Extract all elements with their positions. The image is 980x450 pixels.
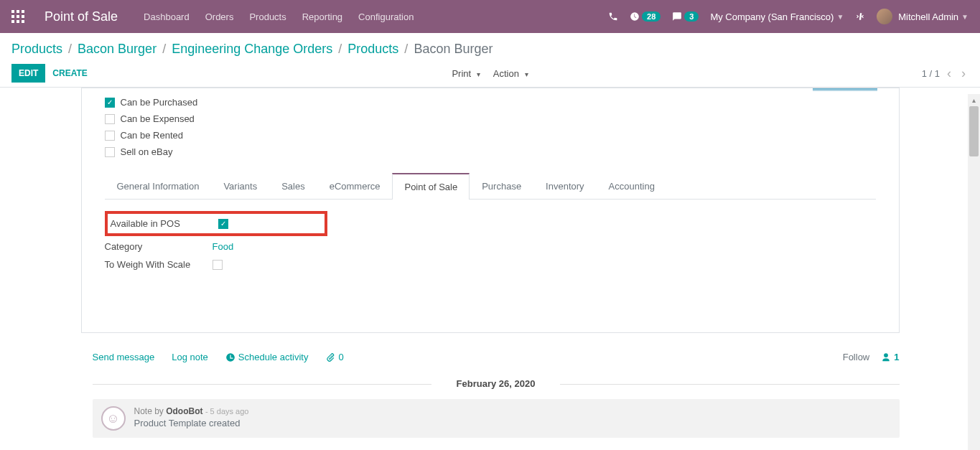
scroll-thumb[interactable] [969,106,979,156]
checkbox-icon[interactable] [105,98,115,108]
tab-general[interactable]: General Information [105,173,212,200]
send-message-button[interactable]: Send message [93,352,155,362]
schedule-activity-button[interactable]: Schedule activity [225,352,309,362]
top-navbar: Point of Sale Dashboard Orders Products … [0,0,980,33]
user-icon [881,352,891,362]
activity-icon[interactable]: 28 [630,11,661,22]
control-bar: Products/ Bacon Burger/ Engineering Chan… [0,33,980,83]
chevron-down-icon: ▾ [477,70,480,78]
tab-accounting[interactable]: Accounting [597,173,667,200]
checkbox-icon[interactable] [105,131,115,141]
form-sheet: Can be Purchased Can be Expensed Can be … [81,88,900,333]
company-name: My Company (San Francisco) [710,11,834,22]
label: Can be Expensed [121,113,195,124]
attach-count: 0 [338,352,343,362]
crumb-eco[interactable]: Engineering Change Orders [172,42,332,57]
chatter: Send message Log note Schedule activity … [81,333,900,438]
nav-right: 28 3 My Company (San Francisco) ▼ Mitche… [608,9,969,24]
edit-button[interactable]: EDIT [11,64,45,83]
tab-inventory[interactable]: Inventory [533,173,596,200]
checkbox-icon[interactable] [105,114,115,124]
activity-count: 28 [642,11,661,22]
label: Sell on eBay [121,146,173,157]
company-switcher[interactable]: My Company (San Francisco) ▼ [710,11,844,22]
check-rented: Can be Rented [105,127,876,144]
chevron-down-icon: ▾ [525,70,528,78]
date-separator: February 26, 2020 [93,378,900,389]
option-checks: Can be Purchased Can be Expensed Can be … [105,94,876,160]
paperclip-icon [325,352,335,362]
print-dropdown[interactable]: Print ▾ [447,65,484,82]
print-label: Print [452,68,471,79]
pager-text: 1 / 1 [922,68,940,79]
check-ebay: Sell on eBay [105,144,876,160]
form-area: Can be Purchased Can be Expensed Can be … [0,87,980,442]
phone-icon[interactable] [608,11,618,22]
clock-icon [225,352,235,362]
tab-sales[interactable]: Sales [269,173,317,200]
product-image [813,88,877,91]
nav-dashboard[interactable]: Dashboard [144,11,190,22]
user-name: Mitchell Admin [898,11,958,22]
crumb-bacon-burger[interactable]: Bacon Burger [78,42,157,57]
crumb-products-2[interactable]: Products [347,42,398,57]
avatar [877,9,892,24]
label-available-pos: Available in POS [111,218,218,229]
app-brand[interactable]: Point of Sale [45,9,118,24]
label-category: Category [105,241,213,252]
action-dropdown[interactable]: Action ▾ [489,65,533,82]
toolbar: EDIT CREATE Print ▾ Action ▾ 1 / 1 ‹ › [11,64,969,83]
chevron-down-icon: ▼ [836,13,844,21]
user-menu[interactable]: Mitchell Admin ▼ [877,9,969,24]
label: Schedule activity [238,352,309,362]
tabs: General Information Variants Sales eComm… [105,173,876,200]
message: ☺ Note by OdooBot - 5 days ago Product T… [93,399,900,438]
checkbox-icon[interactable] [213,260,223,270]
message-age: - 5 days ago [205,407,249,416]
checkbox-icon[interactable] [218,219,228,229]
debug-icon[interactable] [855,11,865,22]
crumb-products[interactable]: Products [11,42,62,57]
log-note-button[interactable]: Log note [172,352,208,362]
row-category: Category Food [105,238,876,256]
bot-avatar-icon: ☺ [101,406,126,431]
label: Can be Purchased [121,97,198,108]
link-category-value[interactable]: Food [213,241,234,252]
chatter-toolbar: Send message Log note Schedule activity … [93,347,900,374]
note-prefix: Note by [134,406,167,416]
nav-menu: Dashboard Orders Products Reporting Conf… [144,11,414,22]
create-button[interactable]: CREATE [45,64,94,83]
message-content: Product Template created [134,418,249,428]
check-expensed: Can be Expensed [105,111,876,127]
pager-next[interactable]: › [958,66,969,81]
window-scrollbar[interactable]: ▴ [968,94,980,450]
action-label: Action [493,68,519,79]
nav-orders[interactable]: Orders [205,11,234,22]
tab-pos[interactable]: Point of Sale [392,173,470,200]
scroll-up-icon[interactable]: ▴ [968,94,980,106]
messages-icon[interactable]: 3 [672,11,699,22]
highlight-available-pos: Available in POS [105,211,327,236]
tab-body-pos: Available in POS Category Food To Weigh … [105,200,876,312]
followers-count: 1 [894,352,899,362]
checkbox-icon[interactable] [105,147,115,157]
followers-button[interactable]: 1 [881,352,899,362]
nav-reporting[interactable]: Reporting [302,11,342,22]
chevron-down-icon: ▼ [961,13,969,21]
label: Can be Rented [121,130,183,141]
row-weigh: To Weigh With Scale [105,256,876,273]
apps-icon[interactable] [11,10,24,23]
messages-count: 3 [684,11,699,22]
pager: 1 / 1 ‹ › [922,66,969,81]
nav-products[interactable]: Products [249,11,286,22]
message-author: OdooBot [166,406,202,416]
tab-purchase[interactable]: Purchase [470,173,533,200]
crumb-current: Bacon Burger [414,42,493,57]
tab-variants[interactable]: Variants [211,173,269,200]
pager-prev[interactable]: ‹ [944,66,954,81]
follow-button[interactable]: Follow [843,352,870,362]
attachments-button[interactable]: 0 [325,352,343,362]
nav-configuration[interactable]: Configuration [358,11,414,22]
check-purchased: Can be Purchased [105,94,876,111]
tab-ecommerce[interactable]: eCommerce [317,173,393,200]
